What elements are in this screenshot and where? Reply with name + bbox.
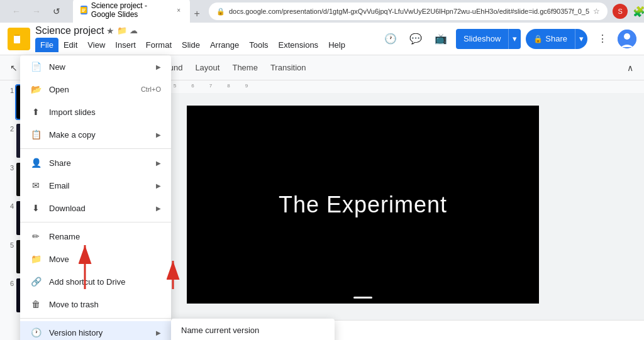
menu-item-format[interactable]: Format: [141, 38, 177, 52]
user-avatar[interactable]: [618, 30, 636, 48]
forward-button[interactable]: →: [28, 3, 45, 20]
share-button[interactable]: 🔒 Share ▾: [526, 29, 587, 49]
menu-move[interactable]: 📁 Move: [20, 248, 171, 270]
menu-shortcut-label: Add shortcut to Drive: [49, 277, 161, 287]
refresh-button[interactable]: ↺: [48, 3, 65, 20]
folder-icon[interactable]: 📁: [117, 26, 127, 36]
slide-num-1: 1: [5, 85, 14, 94]
share-menu-icon: 👤: [30, 157, 42, 168]
tab-title: Science project - Google Slides: [91, 1, 171, 19]
menu-new[interactable]: 📄 New ▶: [20, 55, 171, 78]
menu-download-label: Download: [49, 204, 148, 213]
slideshow-label: Slideshow: [464, 34, 501, 43]
slideshow-dropdown[interactable]: ▾: [508, 29, 521, 49]
app-title: Science project ★ 📁 ☁: [35, 25, 350, 36]
slide-num-6: 6: [5, 278, 14, 287]
secure-icon: 🔒: [216, 8, 225, 16]
divider-3: [20, 318, 171, 319]
menu-item-view[interactable]: View: [82, 38, 110, 52]
more-options-icon[interactable]: ⋮: [592, 29, 613, 49]
shortcut-icon: 🔗: [30, 276, 42, 287]
menu-item-insert[interactable]: Insert: [110, 38, 141, 52]
slides-favicon: [80, 6, 87, 14]
slideshow-main[interactable]: Slideshow: [456, 29, 508, 49]
file-menu-dropdown: 📄 New ▶ 📂 Open Ctrl+O ⬆ Import slides 📋 …: [20, 55, 171, 340]
menu-share-label: Share: [49, 158, 148, 168]
top-bar-right: 🕐 💬 📺 Slideshow ▾ 🔒 Share ▾ ⋮: [380, 29, 636, 49]
menu-rename[interactable]: ✏ Rename: [20, 225, 171, 248]
slideshow-button[interactable]: Slideshow ▾: [456, 29, 521, 49]
app-title-section: Science project ★ 📁 ☁ File Edit View Ins…: [35, 25, 350, 52]
move-icon: 📁: [30, 253, 42, 265]
profile-icon[interactable]: S: [613, 4, 628, 19]
extension-icon[interactable]: 🧩: [630, 3, 644, 20]
menu-open[interactable]: 📂 Open Ctrl+O: [20, 78, 171, 101]
svg-rect-6: [14, 35, 20, 36]
menu-item-tools[interactable]: Tools: [244, 38, 273, 52]
layout-btn[interactable]: Layout: [190, 60, 225, 75]
comments-icon[interactable]: 💬: [406, 29, 426, 49]
menu-copy-label: Make a copy: [49, 130, 148, 140]
new-icon: 📄: [30, 61, 42, 72]
menu-share[interactable]: 👤 Share ▶: [20, 151, 171, 174]
browser-frame: ← → ↺ Science project - Google Slides × …: [0, 0, 644, 23]
url-text: docs.google.com/presentation/d/1gtgM-gxQ…: [229, 8, 589, 15]
copy-icon: 📋: [30, 129, 42, 140]
slide-num-3: 3: [5, 163, 14, 172]
menu-open-label: Open: [49, 85, 133, 94]
submenu-name-version[interactable]: Name current version: [171, 319, 335, 340]
browser-tab-active[interactable]: Science project - Google Slides ×: [73, 0, 190, 23]
import-icon: ⬆: [30, 106, 42, 118]
menu-email[interactable]: ✉ Email ▶: [20, 174, 171, 197]
share-lock-icon: 🔒: [533, 35, 543, 43]
title-icons: ★ 📁 ☁: [106, 26, 138, 36]
star-icon[interactable]: ★: [106, 26, 114, 36]
menu-item-extensions[interactable]: Extensions: [274, 38, 324, 52]
tab-close-button[interactable]: ×: [175, 5, 182, 15]
cloud-icon[interactable]: ☁: [130, 26, 138, 36]
menu-move-label: Move: [49, 255, 161, 264]
slide-num-5: 5: [5, 240, 14, 249]
slide-canvas[interactable]: The Experiment: [187, 106, 539, 304]
download-icon: ⬇: [30, 202, 42, 214]
svg-rect-2: [82, 10, 85, 11]
menu-shortcut[interactable]: 🔗 Add shortcut to Drive: [20, 270, 171, 293]
app-icon: [8, 28, 30, 50]
menu-version[interactable]: 🕐 Version history ▶ Name current version…: [20, 321, 171, 340]
menu-import[interactable]: ⬆ Import slides: [20, 101, 171, 123]
present-options-icon[interactable]: 📺: [431, 29, 451, 49]
history-icon[interactable]: 🕐: [380, 29, 401, 49]
version-icon: 🕐: [30, 327, 42, 338]
browser-actions: S 🧩 ⋮: [613, 3, 644, 20]
menu-rename-label: Rename: [49, 232, 161, 241]
share-main[interactable]: 🔒 Share: [526, 29, 575, 49]
menu-email-label: Email: [49, 181, 148, 190]
theme-btn[interactable]: Theme: [227, 60, 262, 75]
top-bar: Science project ★ 📁 ☁ File Edit View Ins…: [0, 23, 644, 55]
slide-num-4: 4: [5, 201, 14, 210]
browser-tabs: Science project - Google Slides × +: [73, 0, 204, 23]
share-label: Share: [545, 34, 567, 43]
menu-download[interactable]: ⬇ Download ▶: [20, 197, 171, 219]
menu-item-arrange[interactable]: Arrange: [205, 38, 244, 52]
address-bar[interactable]: 🔒 docs.google.com/presentation/d/1gtgM-g…: [209, 3, 608, 20]
menu-trash[interactable]: 🗑 Move to trash: [20, 293, 171, 315]
transition-btn[interactable]: Transition: [265, 60, 311, 75]
collapse-toolbar-btn[interactable]: ∧: [621, 59, 639, 77]
version-submenu: Name current version See version history…: [171, 319, 335, 340]
divider-2: [20, 222, 171, 222]
menu-trash-label: Move to trash: [49, 300, 161, 309]
menu-item-edit[interactable]: Edit: [58, 38, 82, 52]
menu-copy[interactable]: 📋 Make a copy ▶: [20, 123, 171, 146]
new-tab-button[interactable]: +: [190, 5, 204, 23]
menu-import-label: Import slides: [49, 107, 161, 117]
share-dropdown[interactable]: ▾: [575, 29, 587, 49]
menu-item-file[interactable]: File: [35, 38, 58, 52]
menu-item-help[interactable]: Help: [323, 38, 350, 52]
svg-point-8: [624, 33, 630, 40]
menu-version-label: Version history: [49, 328, 148, 337]
back-button[interactable]: ←: [8, 3, 25, 20]
rename-icon: ✏: [30, 231, 42, 242]
bookmark-icon[interactable]: ☆: [593, 7, 600, 16]
menu-item-slide[interactable]: Slide: [177, 38, 205, 52]
